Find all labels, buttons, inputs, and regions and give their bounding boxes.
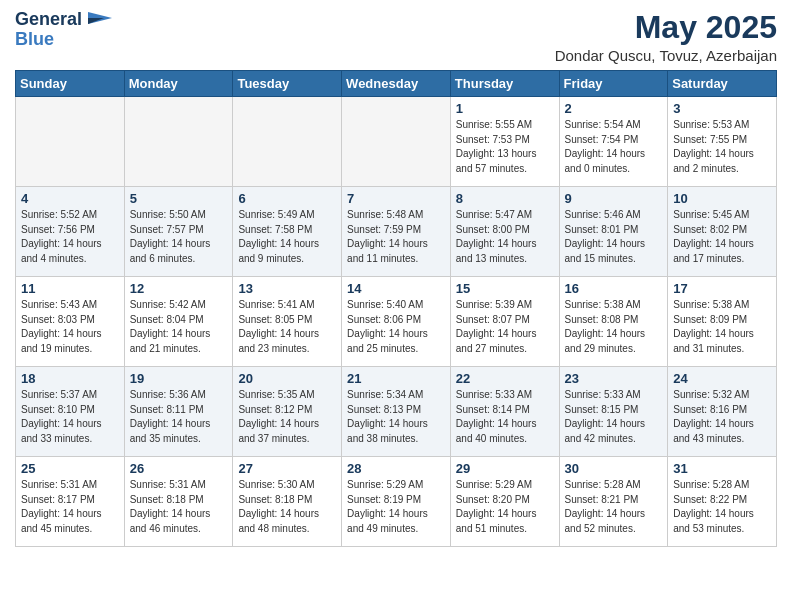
day-number: 19: [130, 371, 228, 386]
cal-cell: 14Sunrise: 5:40 AMSunset: 8:06 PMDayligh…: [342, 277, 451, 367]
cal-cell: 20Sunrise: 5:35 AMSunset: 8:12 PMDayligh…: [233, 367, 342, 457]
day-number: 15: [456, 281, 554, 296]
cell-info: Sunrise: 5:42 AMSunset: 8:04 PMDaylight:…: [130, 298, 228, 356]
cal-cell: 3Sunrise: 5:53 AMSunset: 7:55 PMDaylight…: [668, 97, 777, 187]
cell-info: Sunrise: 5:45 AMSunset: 8:02 PMDaylight:…: [673, 208, 771, 266]
day-number: 24: [673, 371, 771, 386]
cal-cell: 25Sunrise: 5:31 AMSunset: 8:17 PMDayligh…: [16, 457, 125, 547]
day-header-friday: Friday: [559, 71, 668, 97]
day-number: 16: [565, 281, 663, 296]
cal-cell: 8Sunrise: 5:47 AMSunset: 8:00 PMDaylight…: [450, 187, 559, 277]
day-number: 12: [130, 281, 228, 296]
cell-info: Sunrise: 5:52 AMSunset: 7:56 PMDaylight:…: [21, 208, 119, 266]
day-number: 13: [238, 281, 336, 296]
day-number: 21: [347, 371, 445, 386]
cal-cell: 6Sunrise: 5:49 AMSunset: 7:58 PMDaylight…: [233, 187, 342, 277]
day-header-saturday: Saturday: [668, 71, 777, 97]
logo-blue-text: Blue: [15, 30, 54, 50]
cell-info: Sunrise: 5:46 AMSunset: 8:01 PMDaylight:…: [565, 208, 663, 266]
cell-info: Sunrise: 5:35 AMSunset: 8:12 PMDaylight:…: [238, 388, 336, 446]
day-number: 5: [130, 191, 228, 206]
day-number: 6: [238, 191, 336, 206]
day-header-monday: Monday: [124, 71, 233, 97]
logo: General Blue: [15, 10, 112, 50]
cal-cell: 18Sunrise: 5:37 AMSunset: 8:10 PMDayligh…: [16, 367, 125, 457]
day-number: 25: [21, 461, 119, 476]
cell-info: Sunrise: 5:38 AMSunset: 8:09 PMDaylight:…: [673, 298, 771, 356]
day-number: 14: [347, 281, 445, 296]
week-row-4: 18Sunrise: 5:37 AMSunset: 8:10 PMDayligh…: [16, 367, 777, 457]
week-row-2: 4Sunrise: 5:52 AMSunset: 7:56 PMDaylight…: [16, 187, 777, 277]
cell-info: Sunrise: 5:38 AMSunset: 8:08 PMDaylight:…: [565, 298, 663, 356]
day-number: 8: [456, 191, 554, 206]
day-header-sunday: Sunday: [16, 71, 125, 97]
cal-cell: 4Sunrise: 5:52 AMSunset: 7:56 PMDaylight…: [16, 187, 125, 277]
cal-cell: 28Sunrise: 5:29 AMSunset: 8:19 PMDayligh…: [342, 457, 451, 547]
cal-cell: 12Sunrise: 5:42 AMSunset: 8:04 PMDayligh…: [124, 277, 233, 367]
title-block: May 2025 Dondar Quscu, Tovuz, Azerbaijan: [555, 10, 777, 64]
cell-info: Sunrise: 5:55 AMSunset: 7:53 PMDaylight:…: [456, 118, 554, 176]
day-number: 23: [565, 371, 663, 386]
cell-info: Sunrise: 5:29 AMSunset: 8:19 PMDaylight:…: [347, 478, 445, 536]
cal-cell: [342, 97, 451, 187]
logo-flag-icon: [84, 10, 112, 30]
day-number: 17: [673, 281, 771, 296]
cal-cell: 13Sunrise: 5:41 AMSunset: 8:05 PMDayligh…: [233, 277, 342, 367]
cell-info: Sunrise: 5:53 AMSunset: 7:55 PMDaylight:…: [673, 118, 771, 176]
cell-info: Sunrise: 5:39 AMSunset: 8:07 PMDaylight:…: [456, 298, 554, 356]
cal-cell: 7Sunrise: 5:48 AMSunset: 7:59 PMDaylight…: [342, 187, 451, 277]
day-number: 18: [21, 371, 119, 386]
cell-info: Sunrise: 5:33 AMSunset: 8:14 PMDaylight:…: [456, 388, 554, 446]
header-row: SundayMondayTuesdayWednesdayThursdayFrid…: [16, 71, 777, 97]
cal-cell: 21Sunrise: 5:34 AMSunset: 8:13 PMDayligh…: [342, 367, 451, 457]
day-header-thursday: Thursday: [450, 71, 559, 97]
cal-cell: 5Sunrise: 5:50 AMSunset: 7:57 PMDaylight…: [124, 187, 233, 277]
calendar-title: May 2025: [555, 10, 777, 45]
day-number: 28: [347, 461, 445, 476]
logo-general-text: General: [15, 10, 82, 30]
day-number: 11: [21, 281, 119, 296]
cell-info: Sunrise: 5:29 AMSunset: 8:20 PMDaylight:…: [456, 478, 554, 536]
week-row-5: 25Sunrise: 5:31 AMSunset: 8:17 PMDayligh…: [16, 457, 777, 547]
cal-cell: 31Sunrise: 5:28 AMSunset: 8:22 PMDayligh…: [668, 457, 777, 547]
day-header-wednesday: Wednesday: [342, 71, 451, 97]
cal-cell: 11Sunrise: 5:43 AMSunset: 8:03 PMDayligh…: [16, 277, 125, 367]
cal-cell: 29Sunrise: 5:29 AMSunset: 8:20 PMDayligh…: [450, 457, 559, 547]
cell-info: Sunrise: 5:31 AMSunset: 8:17 PMDaylight:…: [21, 478, 119, 536]
day-number: 26: [130, 461, 228, 476]
cell-info: Sunrise: 5:48 AMSunset: 7:59 PMDaylight:…: [347, 208, 445, 266]
day-number: 2: [565, 101, 663, 116]
cal-cell: 23Sunrise: 5:33 AMSunset: 8:15 PMDayligh…: [559, 367, 668, 457]
cal-cell: [124, 97, 233, 187]
cal-cell: 24Sunrise: 5:32 AMSunset: 8:16 PMDayligh…: [668, 367, 777, 457]
cell-info: Sunrise: 5:49 AMSunset: 7:58 PMDaylight:…: [238, 208, 336, 266]
page: General Blue May 2025 Dondar Quscu, Tovu…: [0, 0, 792, 562]
cal-cell: 2Sunrise: 5:54 AMSunset: 7:54 PMDaylight…: [559, 97, 668, 187]
cal-cell: 15Sunrise: 5:39 AMSunset: 8:07 PMDayligh…: [450, 277, 559, 367]
cell-info: Sunrise: 5:47 AMSunset: 8:00 PMDaylight:…: [456, 208, 554, 266]
day-number: 9: [565, 191, 663, 206]
cell-info: Sunrise: 5:31 AMSunset: 8:18 PMDaylight:…: [130, 478, 228, 536]
cell-info: Sunrise: 5:37 AMSunset: 8:10 PMDaylight:…: [21, 388, 119, 446]
day-number: 4: [21, 191, 119, 206]
cell-info: Sunrise: 5:33 AMSunset: 8:15 PMDaylight:…: [565, 388, 663, 446]
cal-cell: 16Sunrise: 5:38 AMSunset: 8:08 PMDayligh…: [559, 277, 668, 367]
cell-info: Sunrise: 5:28 AMSunset: 8:21 PMDaylight:…: [565, 478, 663, 536]
day-number: 29: [456, 461, 554, 476]
cell-info: Sunrise: 5:30 AMSunset: 8:18 PMDaylight:…: [238, 478, 336, 536]
cal-cell: 17Sunrise: 5:38 AMSunset: 8:09 PMDayligh…: [668, 277, 777, 367]
cell-info: Sunrise: 5:41 AMSunset: 8:05 PMDaylight:…: [238, 298, 336, 356]
cal-cell: 1Sunrise: 5:55 AMSunset: 7:53 PMDaylight…: [450, 97, 559, 187]
cal-cell: 10Sunrise: 5:45 AMSunset: 8:02 PMDayligh…: [668, 187, 777, 277]
day-number: 10: [673, 191, 771, 206]
cell-info: Sunrise: 5:43 AMSunset: 8:03 PMDaylight:…: [21, 298, 119, 356]
day-number: 7: [347, 191, 445, 206]
day-number: 27: [238, 461, 336, 476]
day-number: 22: [456, 371, 554, 386]
cal-cell: 27Sunrise: 5:30 AMSunset: 8:18 PMDayligh…: [233, 457, 342, 547]
week-row-3: 11Sunrise: 5:43 AMSunset: 8:03 PMDayligh…: [16, 277, 777, 367]
day-header-tuesday: Tuesday: [233, 71, 342, 97]
cal-cell: 22Sunrise: 5:33 AMSunset: 8:14 PMDayligh…: [450, 367, 559, 457]
cal-cell: [16, 97, 125, 187]
cell-info: Sunrise: 5:28 AMSunset: 8:22 PMDaylight:…: [673, 478, 771, 536]
